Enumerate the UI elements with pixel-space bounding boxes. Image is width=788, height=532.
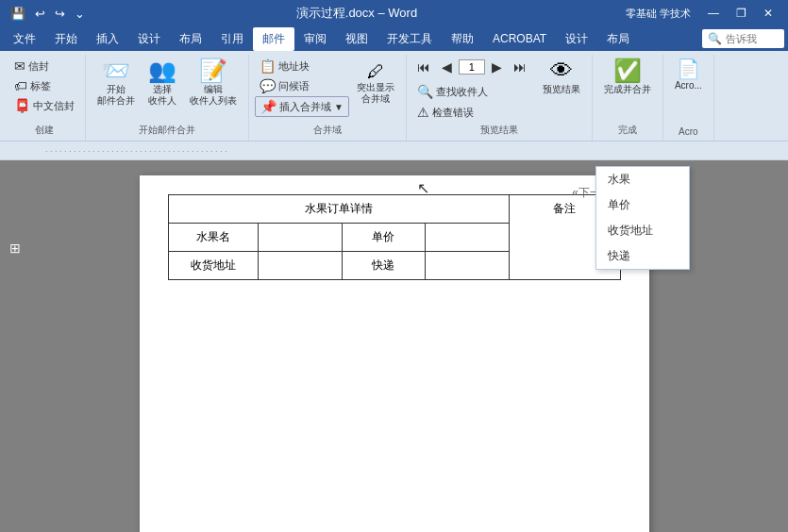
label-label: 标签	[30, 79, 51, 93]
search-icon: 🔍	[708, 32, 722, 45]
cn-envelope-button[interactable]: 📮 中文信封	[9, 96, 79, 115]
undo-icon[interactable]: ↩	[32, 5, 48, 23]
label-button[interactable]: 🏷 标签	[9, 76, 79, 95]
greeting-button[interactable]: 💬 问候语	[255, 76, 349, 95]
acrobat-label: Acro...	[675, 80, 702, 91]
find-recipient-icon: 🔍	[417, 84, 433, 99]
menu-design2[interactable]: 设计	[556, 27, 597, 51]
col-fruit-label: 水果名	[168, 224, 259, 252]
menu-dev[interactable]: 开发工具	[377, 27, 442, 51]
merge-col1: 📋 地址块 💬 问候语 📌 插入合并域 ▼	[255, 57, 349, 117]
save-icon[interactable]: 💾	[8, 5, 28, 23]
address-block-button[interactable]: 📋 地址块	[255, 57, 349, 75]
menu-insert[interactable]: 插入	[87, 27, 128, 51]
address-block-icon: 📋	[260, 58, 276, 74]
filename-label: 演示过程.docx	[296, 6, 375, 20]
menu-start[interactable]: 开始	[45, 27, 87, 51]
title-bar-right: 零基础 学技术 — ❐ ✕	[626, 5, 780, 22]
ribbon-group-create: ✉ 信封 🏷 标签 📮 中文信封 创建	[4, 55, 86, 141]
restore-button[interactable]: ❐	[729, 5, 754, 22]
preview-results-icon: 👁	[550, 59, 573, 82]
close-button[interactable]: ✕	[756, 5, 780, 22]
menu-help[interactable]: 帮助	[442, 27, 483, 51]
menu-review[interactable]: 审阅	[294, 27, 336, 51]
start-merge-button[interactable]: 📨 开始邮件合并	[92, 57, 141, 109]
edit-recipients-icon: 📝	[199, 59, 227, 82]
finish-merge-button[interactable]: ✅ 完成并合并	[598, 57, 657, 98]
select-recipients-button[interactable]: 👥 选择收件人	[143, 57, 182, 109]
nav-prev-button[interactable]: ◀	[437, 57, 457, 77]
search-input[interactable]	[722, 31, 779, 46]
preview-results-button[interactable]: 👁 预览结果	[537, 57, 586, 98]
envelope-label: 信封	[28, 59, 49, 74]
acrobat-button[interactable]: 📄 Acro...	[669, 57, 708, 94]
search-box-container: 🔍	[702, 29, 784, 48]
menu-acrobat[interactable]: ACROBAT	[483, 28, 556, 49]
find-recipient-button[interactable]: 🔍 查找收件人	[412, 82, 531, 101]
dropdown-item-fruit[interactable]: 水果	[596, 167, 689, 192]
app-name: Word	[388, 6, 417, 20]
col-price-value	[426, 224, 509, 252]
envelope-icon: ✉	[14, 58, 25, 74]
address-block-label: 地址块	[278, 59, 310, 74]
menu-mail[interactable]: 邮件	[253, 27, 294, 51]
dropdown-item-address[interactable]: 收货地址	[596, 218, 689, 243]
dropdown-item-price[interactable]: 单价	[596, 192, 689, 218]
insert-merge-dropdown-icon[interactable]: ▼	[334, 102, 344, 112]
menu-reference[interactable]: 引用	[211, 27, 253, 51]
ribbon-group-start-inner: 📨 开始邮件合并 👥 选择收件人 📝 编辑收件人列表	[92, 57, 243, 122]
page-indicator: ⊞	[9, 241, 21, 256]
menu-view[interactable]: 视图	[336, 27, 377, 51]
ribbon-group-preview: ⏮ ◀ ▶ ⏭ 🔍 查找收件人 ⚠ 检查错误 👁 预览结果	[407, 55, 593, 141]
ribbon-group-merge-inner: 📋 地址块 💬 问候语 📌 插入合并域 ▼ 🖊 突出显示合并域	[255, 57, 400, 122]
check-error-label: 检查错误	[432, 106, 474, 120]
create-col: ✉ 信封 🏷 标签 📮 中文信封	[9, 57, 79, 115]
customize-icon[interactable]: ⌄	[72, 5, 88, 23]
greeting-icon: 💬	[260, 78, 276, 93]
title-bar-center: 演示过程.docx – Word	[88, 5, 626, 22]
page-number-input[interactable]	[459, 59, 485, 75]
highlight-merge-icon: 🖊	[367, 63, 384, 80]
title-bar: 💾 ↩ ↪ ⌄ 演示过程.docx – Word 零基础 学技术 — ❐ ✕	[0, 0, 788, 26]
highlight-merge-label: 突出显示合并域	[357, 82, 394, 105]
ribbon: ✉ 信封 🏷 标签 📮 中文信封 创建 📨 开始邮件合并	[0, 51, 788, 141]
col-price-label: 单价	[342, 224, 425, 252]
menu-file[interactable]: 文件	[4, 27, 45, 51]
menu-bar: 文件 开始 插入 设计 布局 引用 邮件 审阅 视图 开发工具 帮助 ACROB…	[0, 26, 788, 51]
minimize-button[interactable]: —	[700, 5, 727, 22]
nav-last-button[interactable]: ⏭	[509, 57, 531, 77]
ribbon-group-create-inner: ✉ 信封 🏷 标签 📮 中文信封	[9, 57, 79, 122]
order-table: 水果订单详情 备注 水果名 单价 收货地址 快递	[168, 194, 621, 280]
menu-design[interactable]: 设计	[128, 27, 170, 51]
merge-col2: 🖊 突出显示合并域	[351, 57, 400, 108]
insert-merge-label: 插入合并域	[279, 100, 331, 114]
insert-merge-button[interactable]: 📌 插入合并域 ▼	[255, 96, 349, 117]
edit-recipients-button[interactable]: 📝 编辑收件人列表	[184, 57, 243, 109]
app-separator: –	[377, 6, 388, 20]
acrobat-icon: 📄	[677, 59, 700, 78]
edit-recipients-label: 编辑收件人列表	[190, 84, 237, 107]
col-address-value	[259, 252, 342, 280]
ribbon-group-preview-inner: ⏮ ◀ ▶ ⏭ 🔍 查找收件人 ⚠ 检查错误 👁 预览结果	[412, 57, 586, 122]
group-acrobat-label: Acro	[679, 126, 698, 137]
nav-row: ⏮ ◀ ▶ ⏭	[412, 57, 531, 77]
highlight-merge-button[interactable]: 🖊 突出显示合并域	[351, 60, 400, 108]
ribbon-group-acrobat: 📄 Acro... Acro	[663, 55, 714, 141]
nav-first-button[interactable]: ⏮	[412, 57, 435, 77]
menu-layout[interactable]: 布局	[170, 27, 211, 51]
col-shipping-value	[426, 252, 509, 280]
menu-layout2[interactable]: 布局	[597, 27, 639, 51]
greeting-label: 问候语	[278, 79, 310, 93]
envelope-button[interactable]: ✉ 信封	[9, 57, 79, 75]
check-error-button[interactable]: ⚠ 检查错误	[412, 103, 531, 122]
start-merge-icon: 📨	[102, 59, 130, 82]
finish-merge-icon: ✅	[613, 59, 642, 82]
start-merge-label: 开始邮件合并	[97, 84, 135, 107]
preview-results-label: 预览结果	[543, 84, 580, 95]
nav-next-button[interactable]: ▶	[487, 57, 507, 77]
redo-icon[interactable]: ↪	[52, 5, 68, 23]
quick-access-toolbar: 💾 ↩ ↪ ⌄	[8, 5, 88, 23]
dropdown-item-shipping[interactable]: 快递	[596, 243, 689, 269]
insert-merge-dropdown: 水果 单价 收货地址 快递	[595, 166, 690, 270]
ribbon-group-start: 📨 开始邮件合并 👥 选择收件人 📝 编辑收件人列表 开始邮件合并	[86, 55, 249, 141]
